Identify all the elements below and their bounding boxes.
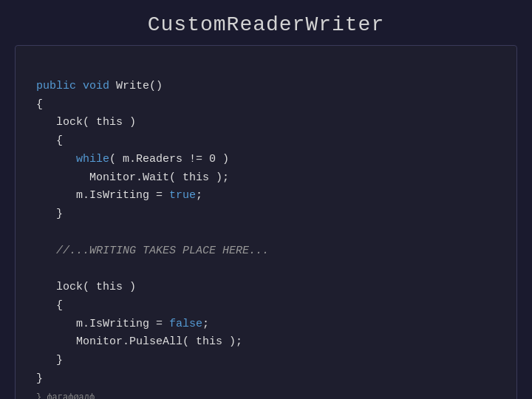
line-14: }	[36, 372, 43, 385]
code-block: public void Write() { lock( this ) { whi…	[36, 59, 496, 399]
line-comment: //...WRITING TAKES PLACE HERE...	[36, 245, 269, 257]
line-12: Monitor.PulseAll( this );	[36, 335, 242, 348]
line-2: {	[36, 98, 43, 111]
line-label: } фагафøадф	[36, 392, 95, 400]
line-11: m.IsWriting = false;	[36, 318, 209, 330]
line-4: {	[36, 134, 63, 147]
title-area: CustomReaderWriter	[0, 0, 532, 45]
line-10: {	[36, 299, 63, 312]
line-7: m.IsWriting = true;	[36, 189, 202, 202]
code-container: public void Write() { lock( this ) { whi…	[15, 45, 517, 399]
line-13: }	[36, 354, 63, 366]
line-1: public void Write()	[36, 80, 163, 92]
line-8: }	[36, 208, 63, 220]
line-9: lock( this )	[36, 281, 136, 293]
page-title: CustomReaderWriter	[148, 13, 384, 36]
line-3: lock( this )	[36, 116, 136, 129]
line-6: Monitor.Wait( this );	[36, 171, 229, 184]
line-5: while( m.Readers != 0 )	[36, 153, 229, 166]
